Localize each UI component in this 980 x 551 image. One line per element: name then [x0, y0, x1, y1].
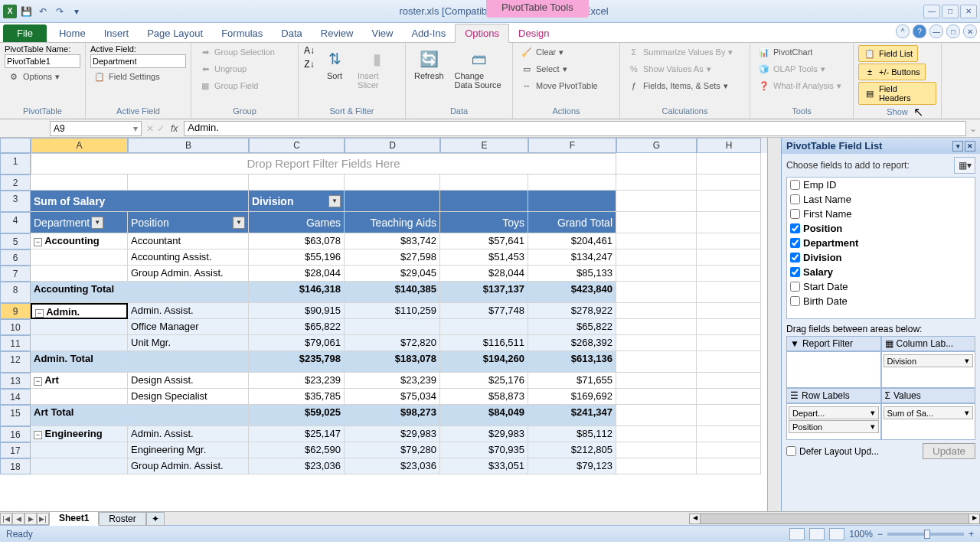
area-item-division[interactable]: Division▾ — [884, 354, 974, 367]
cell[interactable]: Design Assist. — [128, 373, 249, 389]
enter-formula-icon[interactable]: ✓ — [157, 123, 165, 134]
select-button[interactable]: ▭Select ▾ — [518, 61, 570, 77]
normal-view-button[interactable] — [789, 528, 805, 540]
ungroup-button[interactable]: ⬅Ungroup — [196, 61, 250, 77]
cell[interactable]: $29,045 — [345, 266, 440, 282]
area-report-filter[interactable] — [786, 351, 881, 388]
worksheet-grid[interactable]: A B C D E F G H 1 Drop Report Filter Fie… — [0, 138, 767, 511]
cell[interactable] — [31, 442, 128, 458]
fx-icon[interactable]: fx — [171, 123, 178, 134]
row-header[interactable]: 10 — [0, 319, 31, 335]
pivot-row-field-position[interactable]: Position▼ — [128, 212, 249, 233]
cell[interactable]: $59,025 — [249, 405, 345, 426]
formula-input[interactable]: Admin. — [184, 121, 966, 136]
minimize-button[interactable]: — — [923, 5, 940, 18]
workbook-restore-icon[interactable]: □ — [946, 24, 960, 38]
row-header[interactable]: 17 — [0, 442, 31, 458]
cell[interactable] — [345, 319, 440, 335]
field-list-dropdown-icon[interactable]: ▾ — [952, 141, 963, 152]
cell[interactable]: Office Manager — [128, 319, 249, 335]
zoom-slider[interactable] — [887, 533, 964, 536]
pivot-column-header[interactable]: Toys — [440, 212, 528, 233]
cancel-formula-icon[interactable]: ✕ — [146, 123, 154, 134]
help-icon[interactable]: ? — [913, 24, 926, 38]
cell[interactable]: $23,239 — [345, 373, 440, 389]
cell[interactable]: $70,935 — [440, 442, 528, 458]
tab-data[interactable]: Data — [272, 24, 311, 42]
file-tab[interactable]: File — [3, 24, 47, 42]
pivottable-name-input[interactable] — [5, 54, 80, 68]
collapse-icon[interactable]: − — [35, 309, 44, 318]
row-header[interactable]: 8 — [0, 282, 31, 303]
cell[interactable]: Admin. Assist. — [128, 426, 249, 442]
sort-button[interactable]: ⇅Sort — [318, 44, 351, 83]
cell[interactable]: $65,822 — [249, 319, 345, 335]
cell[interactable]: − Art — [31, 373, 128, 389]
cell[interactable] — [31, 335, 128, 351]
change-data-source-button[interactable]: 🗃Change Data Source — [451, 44, 508, 92]
group-field-button[interactable]: ▦Group Field — [196, 78, 261, 93]
cell[interactable]: $235,798 — [249, 351, 345, 373]
cell[interactable]: $23,036 — [249, 458, 345, 474]
tab-options[interactable]: Options — [455, 24, 509, 43]
cell[interactable]: $85,112 — [528, 426, 616, 442]
collapse-icon[interactable]: − — [34, 431, 42, 439]
cell[interactable]: $194,260 — [440, 351, 528, 373]
row-header[interactable]: 1 — [0, 153, 31, 174]
cell[interactable]: $75,034 — [345, 389, 440, 405]
cell[interactable]: $183,078 — [345, 351, 440, 373]
cell[interactable]: Accounting Total — [31, 282, 249, 303]
cell[interactable] — [31, 389, 128, 405]
cell[interactable]: $58,873 — [440, 389, 528, 405]
cell[interactable]: $51,453 — [440, 249, 528, 266]
maximize-button[interactable]: □ — [942, 5, 959, 18]
area-item-sum-salary[interactable]: Sum of Sa...▾ — [884, 406, 974, 419]
cell[interactable]: $278,922 — [528, 303, 616, 319]
field-checkbox[interactable] — [790, 223, 800, 233]
zoom-level[interactable]: 100% — [849, 529, 873, 540]
sheet-tab-roster[interactable]: Roster — [99, 512, 145, 526]
row-header[interactable]: 2 — [0, 174, 31, 191]
cell[interactable]: $28,044 — [249, 266, 345, 282]
field-checkbox[interactable] — [790, 238, 800, 248]
sort-desc-icon[interactable]: Z↓ — [303, 58, 315, 70]
zoom-in-button[interactable]: + — [969, 529, 974, 540]
column-header[interactable]: E — [440, 138, 528, 153]
pivot-column-header[interactable]: Grand Total — [528, 212, 616, 233]
tab-nav-prev-icon[interactable]: ◀ — [12, 513, 24, 525]
column-header[interactable]: B — [128, 138, 249, 153]
summarize-values-button[interactable]: ΣSummarize Values By ▾ — [625, 44, 736, 60]
vertical-scrollbar[interactable] — [767, 138, 781, 511]
cell[interactable]: $212,805 — [528, 442, 616, 458]
show-values-as-button[interactable]: %Show Values As ▾ — [625, 61, 714, 77]
row-header[interactable]: 4 — [0, 212, 31, 233]
cell[interactable]: $84,049 — [440, 405, 528, 426]
report-filter-drop-zone[interactable]: Drop Report Filter Fields Here — [31, 153, 616, 174]
row-header[interactable]: 16 — [0, 426, 31, 442]
sort-asc-icon[interactable]: A↓ — [303, 44, 315, 57]
tab-nav-next-icon[interactable]: ▶ — [24, 513, 37, 525]
pivotchart-button[interactable]: 📊PivotChart — [755, 44, 815, 60]
whatif-analysis-button[interactable]: ❓What-If Analysis ▾ — [755, 78, 844, 93]
defer-layout-checkbox[interactable]: Defer Layout Upd... — [786, 446, 879, 457]
cell[interactable]: $72,820 — [345, 335, 440, 351]
column-header[interactable]: F — [528, 138, 616, 153]
area-values[interactable]: Sum of Sa...▾ — [881, 403, 976, 440]
cell[interactable] — [31, 458, 128, 474]
olap-tools-button[interactable]: 🧊OLAP Tools ▾ — [755, 61, 828, 77]
field-list-fields[interactable]: Emp IDLast NameFirst NamePositionDepartm… — [786, 177, 975, 319]
cell[interactable]: $90,915 — [249, 303, 345, 319]
pivot-measure-label[interactable]: Sum of Salary — [31, 191, 249, 212]
field-list-field[interactable]: Emp ID — [787, 178, 975, 192]
cell[interactable]: $29,983 — [440, 426, 528, 442]
cell[interactable]: $62,590 — [249, 442, 345, 458]
options-button[interactable]: ⚙Options ▾ — [5, 69, 80, 84]
cell[interactable] — [440, 319, 528, 335]
filter-dropdown-icon[interactable]: ▼ — [328, 195, 341, 207]
area-item-department[interactable]: Depart...▾ — [789, 406, 879, 419]
cell[interactable]: $116,511 — [440, 335, 528, 351]
filter-dropdown-icon[interactable]: ▼ — [233, 217, 245, 229]
cell[interactable]: $85,133 — [528, 266, 616, 282]
field-list-field[interactable]: Salary — [787, 265, 975, 279]
field-list-layout-button[interactable]: ▦▾ — [954, 157, 975, 174]
